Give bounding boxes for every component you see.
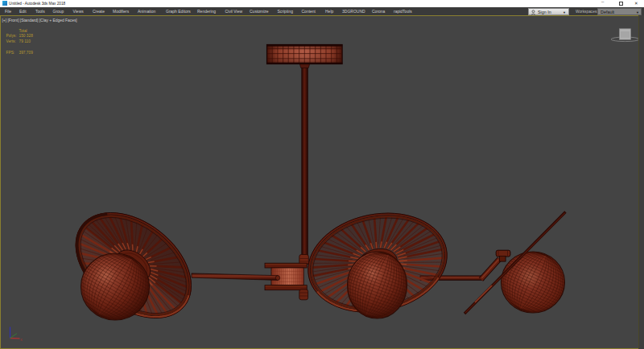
- svg-text:x: x: [21, 337, 23, 342]
